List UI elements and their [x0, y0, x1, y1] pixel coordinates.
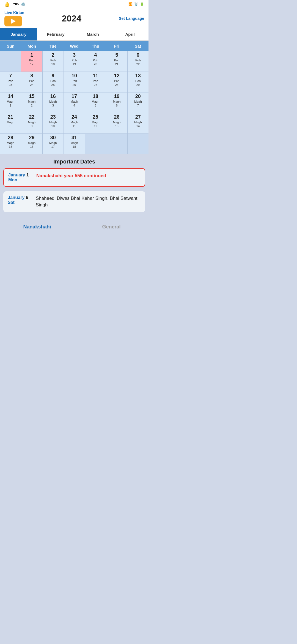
header-tue: Tue [42, 41, 64, 51]
cell-jan-23[interactable]: 23 Magh10 [43, 113, 64, 133]
important-dates-section: Important Dates January 1 Mon Nanakshahi… [0, 154, 148, 219]
set-language-button[interactable]: Set Language [119, 16, 144, 21]
cell-jan-17[interactable]: 17 Magh4 [64, 92, 85, 113]
header-mon: Mon [21, 41, 42, 51]
cell-jan-19[interactable]: 19 Magh6 [106, 92, 127, 113]
settings-icon: ⚙️ [21, 2, 25, 6]
cell-jan-29[interactable]: 29 Magh16 [21, 134, 42, 154]
header-thu: Thu [85, 41, 106, 51]
play-icon [11, 18, 16, 24]
live-kirtan-label: Live Kirtan [4, 10, 24, 15]
battery-icon: 🔋 [140, 2, 144, 6]
header-fri: Fri [106, 41, 127, 51]
play-button[interactable] [4, 16, 22, 26]
cell-jan-22[interactable]: 22 Magh9 [21, 113, 42, 133]
calendar-container: Sun Mon Tue Wed Thu Fri Sat 1 Poh17 2 Po… [0, 41, 148, 154]
bell-icon: 🔔 [4, 2, 10, 7]
year-title: 2024 [62, 13, 81, 24]
cell-jan-21[interactable]: 21 Magh8 [0, 113, 21, 133]
cell-nano: Poh17 [29, 58, 35, 66]
tab-january[interactable]: January [0, 28, 37, 40]
cell-jan-8[interactable]: 8 Poh24 [21, 72, 42, 92]
calendar-grid: 1 Poh17 2 Poh18 3 Poh19 4 Poh20 5 Poh21 … [0, 51, 148, 154]
header-sat: Sat [127, 41, 148, 51]
status-time: 7:05 [12, 2, 19, 6]
cell-jan-6[interactable]: 6 Poh22 [128, 51, 148, 72]
cell-jan-3[interactable]: 3 Poh19 [64, 51, 85, 72]
cell-jan-1[interactable]: 1 Poh17 [21, 51, 42, 72]
date-card-1[interactable]: January 1 Mon Nanakshahi year 555 contin… [3, 168, 145, 187]
cell-jan-4[interactable]: 4 Poh20 [85, 51, 106, 72]
date-card-month-2: January [8, 195, 24, 200]
bottom-tabs: Nanakshahi General [0, 219, 148, 235]
cell-jan-27[interactable]: 27 Magh14 [128, 113, 148, 133]
cell-empty-3 [106, 134, 127, 154]
live-kirtan-section: Live Kirtan [4, 10, 24, 26]
cell-jan-26[interactable]: 26 Magh13 [106, 113, 127, 133]
signal-icon: 📡 [134, 2, 138, 6]
cell-empty-1 [0, 51, 21, 72]
calendar-header-row: Sun Mon Tue Wed Thu Fri Sat [0, 41, 148, 51]
tab-nanakshahi[interactable]: Nanakshahi [0, 219, 74, 235]
header-sun: Sun [0, 41, 21, 51]
cell-jan-30[interactable]: 30 Magh17 [43, 134, 64, 154]
cell-empty-4 [128, 134, 148, 154]
cell-jan-24[interactable]: 24 Magh11 [64, 113, 85, 133]
date-card-inner-1: January 1 Mon Nanakshahi year 555 contin… [8, 173, 140, 182]
cell-jan-10[interactable]: 10 Poh26 [64, 72, 85, 92]
date-card-left-1: January 1 Mon [8, 173, 33, 182]
cell-jan-12[interactable]: 12 Poh28 [106, 72, 127, 92]
cell-jan-15[interactable]: 15 Magh2 [21, 92, 42, 113]
date-card-day-num-1: 1 [26, 173, 29, 177]
status-left: 🔔 7:05 ⚙️ [4, 2, 25, 7]
month-tabs: January February March April [0, 28, 148, 41]
date-card-dayname-1: Mon [8, 178, 33, 182]
status-bar: 🔔 7:05 ⚙️ 📶 📡 🔋 [0, 0, 148, 8]
cell-jan-2[interactable]: 2 Poh18 [43, 51, 64, 72]
cell-jan-13[interactable]: 13 Poh29 [128, 72, 148, 92]
cell-jan-5[interactable]: 5 Poh21 [106, 51, 127, 72]
date-card-month-1: January [8, 173, 25, 177]
cell-jan-11[interactable]: 11 Poh27 [85, 72, 106, 92]
tab-february[interactable]: February [37, 28, 74, 40]
tab-april[interactable]: April [111, 28, 148, 40]
date-card-dayname-2: Sat [8, 200, 32, 205]
status-right: 📶 📡 🔋 [128, 2, 144, 6]
tab-general[interactable]: General [74, 219, 148, 235]
cell-jan-25[interactable]: 25 Magh12 [85, 113, 106, 133]
important-dates-title: Important Dates [3, 159, 145, 165]
date-card-text-2: Shaheedi Diwas Bhai Kehar Singh, Bhai Sa… [36, 195, 141, 208]
date-card-num-2: 6 [26, 195, 28, 200]
cell-jan-20[interactable]: 20 Magh7 [128, 92, 148, 113]
cell-jan-14[interactable]: 14 Magh1 [0, 92, 21, 113]
date-card-left-2: January 6 Sat [8, 195, 32, 205]
header: Live Kirtan 2024 Set Language [0, 8, 148, 28]
cell-jan-31[interactable]: 31 Magh18 [64, 134, 85, 154]
cell-date: 1 [30, 52, 33, 58]
date-card-text-1: Nanakshahi year 555 continued [36, 173, 140, 179]
cell-jan-16[interactable]: 16 Magh3 [43, 92, 64, 113]
cell-jan-9[interactable]: 9 Poh25 [43, 72, 64, 92]
cell-jan-18[interactable]: 18 Magh5 [85, 92, 106, 113]
header-wed: Wed [64, 41, 85, 51]
cell-jan-7[interactable]: 7 Poh23 [0, 72, 21, 92]
wifi-icon: 📶 [128, 2, 133, 6]
date-card-2[interactable]: January 6 Sat Shaheedi Diwas Bhai Kehar … [3, 191, 145, 212]
tab-march[interactable]: March [74, 28, 111, 40]
date-card-inner-2: January 6 Sat Shaheedi Diwas Bhai Kehar … [8, 195, 141, 208]
cell-empty-2 [85, 134, 106, 154]
cell-jan-28[interactable]: 28 Magh15 [0, 134, 21, 154]
